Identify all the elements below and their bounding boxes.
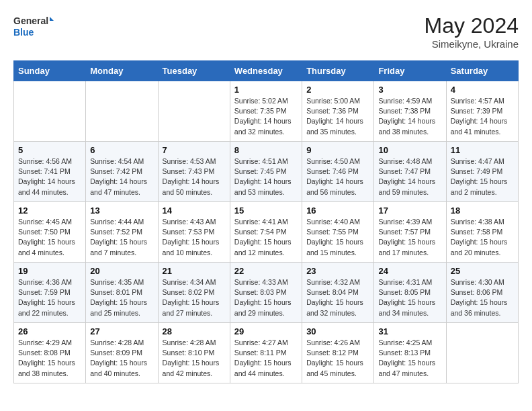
calendar-day-cell: 18Sunrise: 4:38 AM Sunset: 7:58 PM Dayli… <box>446 202 518 263</box>
day-number: 16 <box>306 205 369 216</box>
day-number: 13 <box>90 205 153 216</box>
calendar-week-row: 26Sunrise: 4:29 AM Sunset: 8:08 PM Dayli… <box>14 323 519 383</box>
day-number: 10 <box>378 145 441 155</box>
day-number: 2 <box>306 85 369 95</box>
day-number: 22 <box>234 266 298 276</box>
calendar-day-cell <box>86 81 158 142</box>
day-info: Sunrise: 4:47 AM Sunset: 7:49 PM Dayligh… <box>451 156 514 197</box>
day-number: 12 <box>18 205 81 216</box>
day-number: 28 <box>163 326 226 336</box>
calendar-day-cell: 3Sunrise: 4:59 AM Sunset: 7:38 PM Daylig… <box>374 81 446 142</box>
calendar-day-cell <box>446 323 518 383</box>
day-number: 23 <box>306 266 369 276</box>
calendar-day-cell: 15Sunrise: 4:41 AM Sunset: 7:54 PM Dayli… <box>230 202 302 263</box>
calendar-day-cell: 14Sunrise: 4:43 AM Sunset: 7:53 PM Dayli… <box>158 202 230 263</box>
logo-svg: General Blue <box>13 13 54 39</box>
svg-text:General: General <box>13 15 48 26</box>
day-info: Sunrise: 4:54 AM Sunset: 7:42 PM Dayligh… <box>90 156 153 197</box>
calendar-week-row: 1Sunrise: 5:02 AM Sunset: 7:35 PM Daylig… <box>14 81 519 142</box>
day-number: 8 <box>234 145 298 155</box>
page-header: General Blue May 2024 Simeikyne, Ukraine <box>13 13 519 50</box>
calendar-day-cell: 12Sunrise: 4:45 AM Sunset: 7:50 PM Dayli… <box>14 202 86 263</box>
calendar-day-cell: 9Sunrise: 4:50 AM Sunset: 7:46 PM Daylig… <box>302 142 374 202</box>
day-info: Sunrise: 4:40 AM Sunset: 7:55 PM Dayligh… <box>306 217 369 258</box>
day-info: Sunrise: 4:57 AM Sunset: 7:39 PM Dayligh… <box>451 96 514 137</box>
calendar-day-cell: 7Sunrise: 4:53 AM Sunset: 7:43 PM Daylig… <box>158 142 230 202</box>
day-of-week-header: Friday <box>374 61 446 81</box>
calendar-day-cell <box>158 81 230 142</box>
day-info: Sunrise: 4:50 AM Sunset: 7:46 PM Dayligh… <box>306 156 369 197</box>
day-info: Sunrise: 4:26 AM Sunset: 8:12 PM Dayligh… <box>306 338 369 379</box>
day-of-week-header: Monday <box>86 61 158 81</box>
day-info: Sunrise: 4:31 AM Sunset: 8:05 PM Dayligh… <box>378 277 441 318</box>
day-number: 20 <box>90 266 153 276</box>
day-number: 27 <box>90 326 153 336</box>
calendar-day-cell: 26Sunrise: 4:29 AM Sunset: 8:08 PM Dayli… <box>14 323 86 383</box>
day-number: 5 <box>18 145 81 155</box>
day-number: 6 <box>90 145 153 155</box>
calendar-day-cell: 30Sunrise: 4:26 AM Sunset: 8:12 PM Dayli… <box>302 323 374 383</box>
day-info: Sunrise: 4:44 AM Sunset: 7:52 PM Dayligh… <box>90 217 153 258</box>
day-info: Sunrise: 4:28 AM Sunset: 8:10 PM Dayligh… <box>163 338 226 379</box>
day-number: 25 <box>451 266 514 276</box>
logo: General Blue <box>13 13 54 39</box>
calendar-day-cell: 28Sunrise: 4:28 AM Sunset: 8:10 PM Dayli… <box>158 323 230 383</box>
day-info: Sunrise: 4:27 AM Sunset: 8:11 PM Dayligh… <box>234 338 298 379</box>
calendar-day-cell: 27Sunrise: 4:28 AM Sunset: 8:09 PM Dayli… <box>86 323 158 383</box>
calendar-day-cell: 8Sunrise: 4:51 AM Sunset: 7:45 PM Daylig… <box>230 142 302 202</box>
day-info: Sunrise: 4:41 AM Sunset: 7:54 PM Dayligh… <box>234 217 298 258</box>
calendar-day-cell: 20Sunrise: 4:35 AM Sunset: 8:01 PM Dayli… <box>86 263 158 323</box>
day-info: Sunrise: 4:29 AM Sunset: 8:08 PM Dayligh… <box>18 338 81 379</box>
calendar-day-cell: 25Sunrise: 4:30 AM Sunset: 8:06 PM Dayli… <box>446 263 518 323</box>
day-of-week-header: Wednesday <box>230 61 302 81</box>
day-number: 24 <box>378 266 441 276</box>
calendar-week-row: 12Sunrise: 4:45 AM Sunset: 7:50 PM Dayli… <box>14 202 519 263</box>
day-number: 15 <box>234 205 298 216</box>
day-info: Sunrise: 4:59 AM Sunset: 7:38 PM Dayligh… <box>378 96 441 137</box>
location-subtitle: Simeikyne, Ukraine <box>424 38 519 50</box>
calendar-day-cell: 10Sunrise: 4:48 AM Sunset: 7:47 PM Dayli… <box>374 142 446 202</box>
day-number: 7 <box>163 145 226 155</box>
day-info: Sunrise: 4:45 AM Sunset: 7:50 PM Dayligh… <box>18 217 81 258</box>
day-info: Sunrise: 4:32 AM Sunset: 8:04 PM Dayligh… <box>306 277 369 318</box>
day-number: 14 <box>163 205 226 216</box>
day-info: Sunrise: 4:43 AM Sunset: 7:53 PM Dayligh… <box>163 217 226 258</box>
day-info: Sunrise: 4:28 AM Sunset: 8:09 PM Dayligh… <box>90 338 153 379</box>
day-number: 30 <box>306 326 369 336</box>
calendar-day-cell: 11Sunrise: 4:47 AM Sunset: 7:49 PM Dayli… <box>446 142 518 202</box>
day-of-week-header: Thursday <box>302 61 374 81</box>
day-info: Sunrise: 4:39 AM Sunset: 7:57 PM Dayligh… <box>378 217 441 258</box>
svg-text:Blue: Blue <box>13 27 34 38</box>
calendar-week-row: 5Sunrise: 4:56 AM Sunset: 7:41 PM Daylig… <box>14 142 519 202</box>
calendar-day-cell: 4Sunrise: 4:57 AM Sunset: 7:39 PM Daylig… <box>446 81 518 142</box>
calendar-day-cell: 21Sunrise: 4:34 AM Sunset: 8:02 PM Dayli… <box>158 263 230 323</box>
calendar-day-cell: 13Sunrise: 4:44 AM Sunset: 7:52 PM Dayli… <box>86 202 158 263</box>
calendar-day-cell: 17Sunrise: 4:39 AM Sunset: 7:57 PM Dayli… <box>374 202 446 263</box>
day-info: Sunrise: 4:33 AM Sunset: 8:03 PM Dayligh… <box>234 277 298 318</box>
day-number: 31 <box>378 326 441 336</box>
day-number: 19 <box>18 266 81 276</box>
calendar-day-cell: 16Sunrise: 4:40 AM Sunset: 7:55 PM Dayli… <box>302 202 374 263</box>
day-number: 9 <box>306 145 369 155</box>
calendar-day-cell: 22Sunrise: 4:33 AM Sunset: 8:03 PM Dayli… <box>230 263 302 323</box>
day-number: 11 <box>451 145 514 155</box>
day-info: Sunrise: 4:34 AM Sunset: 8:02 PM Dayligh… <box>163 277 226 318</box>
calendar-table: SundayMondayTuesdayWednesdayThursdayFrid… <box>13 60 519 383</box>
day-number: 3 <box>378 85 441 95</box>
day-number: 17 <box>378 205 441 216</box>
calendar-day-cell: 2Sunrise: 5:00 AM Sunset: 7:36 PM Daylig… <box>302 81 374 142</box>
day-info: Sunrise: 5:02 AM Sunset: 7:35 PM Dayligh… <box>234 96 298 137</box>
day-info: Sunrise: 5:00 AM Sunset: 7:36 PM Dayligh… <box>306 96 369 137</box>
calendar-day-cell: 6Sunrise: 4:54 AM Sunset: 7:42 PM Daylig… <box>86 142 158 202</box>
calendar-day-cell: 23Sunrise: 4:32 AM Sunset: 8:04 PM Dayli… <box>302 263 374 323</box>
day-number: 4 <box>451 85 514 95</box>
calendar-day-cell: 19Sunrise: 4:36 AM Sunset: 7:59 PM Dayli… <box>14 263 86 323</box>
calendar-day-cell: 5Sunrise: 4:56 AM Sunset: 7:41 PM Daylig… <box>14 142 86 202</box>
calendar-day-cell: 24Sunrise: 4:31 AM Sunset: 8:05 PM Dayli… <box>374 263 446 323</box>
day-info: Sunrise: 4:53 AM Sunset: 7:43 PM Dayligh… <box>163 156 226 197</box>
title-block: May 2024 Simeikyne, Ukraine <box>424 13 519 50</box>
calendar-week-row: 19Sunrise: 4:36 AM Sunset: 7:59 PM Dayli… <box>14 263 519 323</box>
day-number: 29 <box>234 326 298 336</box>
day-number: 1 <box>234 85 298 95</box>
day-number: 21 <box>163 266 226 276</box>
